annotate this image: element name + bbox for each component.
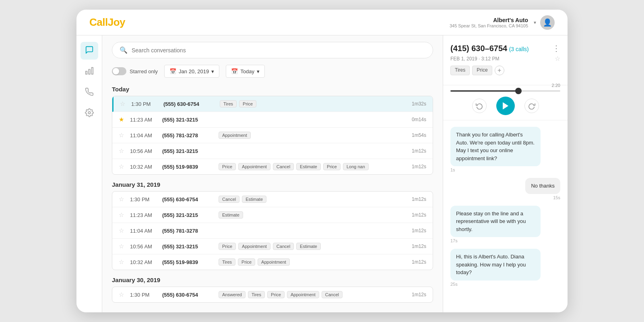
sidebar: [76, 35, 102, 312]
transcript-bubble: Hi, this is Albert's Auto. Diana speakin…: [450, 249, 541, 281]
transcript-bubble: No thanks: [525, 178, 560, 194]
star-icon[interactable]: ☆: [119, 147, 126, 155]
date-from-filter[interactable]: 📅 Jan 20, 2019 ▾: [164, 65, 219, 78]
table-row[interactable]: ☆1:30 PM(555) 630-6754TiresPrice1m32s: [112, 96, 433, 112]
list-item: Price: [238, 258, 255, 266]
sidebar-item-conversations[interactable]: [80, 42, 98, 60]
detail-tag: Tires: [450, 66, 470, 75]
list-item: Estimate: [296, 243, 321, 250]
sidebar-item-analytics[interactable]: [80, 63, 98, 80]
section-header: January 31, 2019: [112, 181, 433, 188]
avatar: 👤: [540, 15, 555, 30]
transcript-timestamp: 17s: [450, 238, 458, 243]
conversation-duration: 1m12s: [406, 292, 426, 297]
conversation-time: 1:30 PM: [130, 196, 158, 202]
conversation-duration: 1m12s: [406, 164, 426, 169]
table-row[interactable]: ☆1:30 PM(555) 630-6754AnsweredTiresPrice…: [112, 287, 433, 302]
conversation-time: 11:04 AM: [130, 228, 158, 234]
conversation-phone: (555) 321-3215: [162, 117, 215, 123]
star-icon[interactable]: ★: [119, 116, 126, 123]
logo-joy: Joy: [108, 16, 125, 28]
transcript-bubble-wrapper: Please stay on the line and a representa…: [450, 206, 560, 244]
table-row[interactable]: ☆11:04 AM(555) 781-32781m12s: [112, 223, 433, 239]
list-item: Appointment: [219, 132, 251, 139]
transcript: Thank you for calling Albert's Auto. We'…: [443, 120, 568, 312]
list-item: Tires: [219, 258, 235, 266]
conversation-list: ☆1:30 PM(555) 630-6754CancelEstimate1m12…: [112, 191, 433, 270]
detail-phone-row: (415) 630–6754 (3 calls) ⋮: [450, 43, 560, 53]
table-row[interactable]: ☆10:32 AM(555) 519-9839TiresPriceAppoint…: [112, 254, 433, 270]
progress-duration: 2:20: [552, 83, 560, 88]
table-row[interactable]: ☆10:56 AM(555) 321-32151m12s: [112, 143, 433, 159]
date-from-dropdown-icon: ▾: [211, 68, 214, 74]
date-to-filter[interactable]: 📅 Today ▾: [226, 65, 265, 78]
table-row[interactable]: ★11:23 AM(555) 321-32150m14s: [112, 112, 433, 128]
star-icon[interactable]: ☆: [119, 291, 126, 298]
section-header: Today: [112, 86, 433, 93]
conversation-time: 1:30 PM: [131, 101, 159, 107]
list-item: Tires: [248, 291, 265, 298]
list-item: Cancel: [273, 243, 294, 250]
app-logo: CallJoy: [89, 16, 125, 29]
conversation-phone: (555) 519-9839: [162, 259, 215, 265]
star-icon[interactable]: ☆: [120, 100, 127, 107]
conversation-time: 10:32 AM: [130, 259, 158, 265]
conversation-time: 1:30 PM: [130, 292, 158, 298]
star-icon[interactable]: ☆: [119, 258, 126, 266]
conversation-duration: 1m54s: [406, 132, 426, 138]
star-icon[interactable]: ☆: [119, 211, 126, 219]
date-from-value: Jan 20, 2019: [179, 68, 209, 74]
transcript-bubble: Thank you for calling Albert's Auto. We'…: [450, 127, 541, 166]
conversation-tags: PriceAppointmentCancelEstimate: [219, 243, 402, 250]
list-item: Price: [219, 163, 236, 170]
conversation-tags: Appointment: [219, 132, 402, 139]
svg-rect-2: [85, 71, 87, 74]
table-row[interactable]: ☆11:23 AM(555) 321-3215Estimate1m12s: [112, 207, 433, 223]
analytics-icon: [85, 66, 94, 77]
business-address: 345 Spear St, San Francisco, CA 94105: [450, 23, 528, 28]
detail-star-icon[interactable]: ☆: [555, 55, 560, 62]
sidebar-item-phone[interactable]: [80, 84, 98, 101]
detail-header: (415) 630–6754 (3 calls) ⋮ FEB 1, 2019 ·…: [443, 35, 568, 85]
calendar-icon: 📅: [169, 68, 176, 74]
device-frame: CallJoy Albert's Auto 345 Spear St, San …: [76, 10, 568, 312]
progress-bar[interactable]: 2:20: [450, 90, 560, 92]
detail-tag: Price: [472, 66, 492, 75]
logo-call: Call: [89, 16, 108, 28]
transcript-timestamp: 25s: [450, 282, 458, 287]
table-row[interactable]: ☆10:32 AM(555) 519-9839PriceAppointmentC…: [112, 159, 433, 174]
table-row[interactable]: ☆11:04 AM(555) 781-3278Appointment1m54s: [112, 128, 433, 143]
star-icon[interactable]: ☆: [119, 227, 126, 234]
fast-forward-button[interactable]: [524, 99, 539, 113]
search-input[interactable]: [132, 47, 425, 54]
conversation-time: 11:04 AM: [130, 132, 158, 138]
star-icon[interactable]: ☆: [119, 132, 126, 139]
star-icon[interactable]: ☆: [119, 196, 126, 203]
transcript-bubble-wrapper: Hi, this is Albert's Auto. Diana speakin…: [450, 249, 560, 287]
star-icon[interactable]: ☆: [119, 163, 126, 170]
transcript-bubble: Please stay on the line and a representa…: [450, 206, 541, 237]
add-tag-button[interactable]: +: [495, 66, 504, 75]
conversation-duration: 1m12s: [406, 244, 426, 249]
play-button[interactable]: [496, 97, 515, 115]
search-bar: 🔍: [112, 42, 433, 58]
rewind-button[interactable]: [472, 99, 487, 113]
list-item: Estimate: [296, 163, 321, 170]
list-item: Cancel: [219, 196, 239, 203]
sections-container: Today☆1:30 PM(555) 630-6754TiresPrice1m3…: [112, 86, 433, 303]
business-name: Albert's Auto: [450, 17, 528, 23]
detail-tags: TiresPrice+: [450, 66, 560, 75]
starred-only-toggle[interactable]: [112, 67, 126, 75]
conversation-time: 10:56 AM: [130, 148, 158, 154]
list-item: Appointment: [238, 243, 270, 250]
list-item: Cancel: [322, 291, 343, 298]
sidebar-item-settings[interactable]: [80, 105, 98, 122]
detail-menu-icon[interactable]: ⋮: [552, 43, 560, 53]
progress-thumb: [515, 88, 522, 94]
list-item: Answered: [219, 291, 246, 298]
table-row[interactable]: ☆10:56 AM(555) 321-3215PriceAppointmentC…: [112, 239, 433, 254]
starred-only-label: Starred only: [130, 68, 158, 74]
table-row[interactable]: ☆1:30 PM(555) 630-6754CancelEstimate1m12…: [112, 192, 433, 207]
business-dropdown-icon[interactable]: ▾: [534, 20, 536, 25]
star-icon[interactable]: ☆: [119, 243, 126, 250]
